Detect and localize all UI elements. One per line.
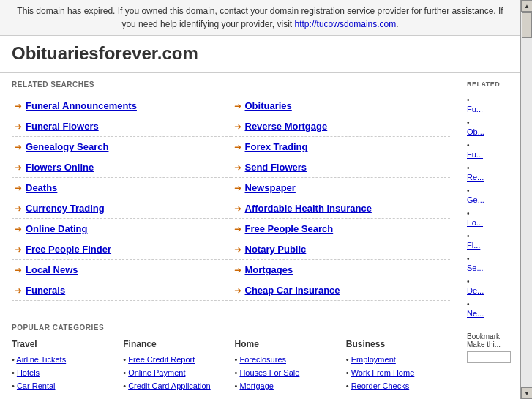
category-link[interactable]: Mortgage [239,381,273,390]
banner-link[interactable]: http://tucowsdomains.com [295,19,397,29]
bookmark-label1: Bookmark [467,332,516,340]
search-link[interactable]: Obituaries [245,100,292,111]
search-link[interactable]: Notary Public [245,244,307,255]
sidebar-link[interactable]: Ob... [467,127,516,136]
category-link[interactable]: Houses For Sale [239,368,299,377]
travel-category: Travel Airline Tickets Hotels Car Rental [12,339,116,393]
category-link[interactable]: Hotels [17,368,40,377]
search-link[interactable]: Online Dating [26,223,88,234]
category-link[interactable]: Reorder Checks [351,381,409,390]
sidebar-link[interactable]: Re... [467,173,516,182]
list-item: ➜ Affordable Health Insurance [231,198,451,219]
finance-category: Finance Free Credit Report Online Paymen… [123,339,227,393]
search-link[interactable]: Mortgages [245,264,293,275]
list-item: Car Rental [12,380,116,391]
category-link[interactable]: Employment [351,355,396,364]
arrow-icon: ➜ [234,122,241,132]
list-item: Reorder Checks [346,380,450,391]
business-title: Business [346,339,450,349]
popular-categories-section: POPULAR CATEGORIES Travel Airline Ticket… [12,316,450,393]
travel-title: Travel [12,339,116,349]
list-item: Credit Card Application [123,380,227,391]
list-item: ➜ Currency Trading [12,198,231,219]
search-link[interactable]: Affordable Health Insurance [245,203,372,214]
scroll-up-button[interactable]: ▲ [521,0,532,12]
popular-categories-label: POPULAR CATEGORIES [12,324,450,332]
list-item: • Ob... [467,116,516,136]
related-searches-label: RELATED SEARCHES [12,81,450,89]
sidebar-link[interactable]: Fu... [467,105,516,113]
sidebar-link[interactable]: Ge... [467,195,516,204]
site-title: Obituariesforever.com [0,36,520,73]
category-link[interactable]: Credit Card Application [128,381,211,390]
search-link[interactable]: Send Flowers [245,162,307,173]
category-link[interactable]: Airline Tickets [16,355,66,364]
bookmark-input[interactable] [467,351,511,363]
search-link[interactable]: Local News [26,264,78,275]
scroll-track [521,12,532,387]
search-link[interactable]: Flowers Online [26,162,94,173]
search-link[interactable]: Free People Search [245,223,334,234]
arrow-icon: ➜ [234,286,241,296]
list-item: ➜ Deaths [12,178,231,198]
banner-text: This domain has expired. If you owned th… [17,6,503,29]
arrow-icon: ➜ [15,142,22,152]
sidebar-link[interactable]: Se... [467,264,516,272]
sidebar-link[interactable]: De... [467,286,516,295]
sidebar-link[interactable]: Fu... [467,150,516,159]
search-link[interactable]: Cheap Car Insurance [245,285,340,296]
category-link[interactable]: Free Credit Report [128,355,195,364]
bookmark-label2: Make thi... [467,340,516,348]
search-link[interactable]: Forex Trading [245,141,308,152]
arrow-icon: ➜ [15,163,22,173]
search-link[interactable]: Funeral Announcements [26,100,137,111]
right-sidebar: RELATED • Fu... • Ob... • Fu... • Re... … [462,73,520,399]
search-link[interactable]: Newspaper [245,182,296,193]
search-link[interactable]: Currency Trading [26,203,105,214]
list-item: • Fl... [467,230,516,250]
search-link[interactable]: Funeral Flowers [26,121,99,132]
searches-right-col: ➜ Obituaries ➜ Reverse Mortgage ➜ Forex … [231,96,451,301]
sidebar-link[interactable]: Ne... [467,309,516,318]
category-link[interactable]: Car Rental [17,381,56,390]
arrow-icon: ➜ [234,183,241,193]
list-item: Free Credit Report [123,354,227,365]
list-item: Airline Tickets [12,354,116,365]
arrow-icon: ➜ [234,101,241,111]
arrow-icon: ➜ [234,224,241,234]
arrow-icon: ➜ [15,122,22,132]
list-item: • Ge... [467,184,516,204]
list-item: • Se... [467,253,516,272]
list-item: Houses For Sale [235,367,339,378]
finance-title: Finance [123,339,227,349]
arrow-icon: ➜ [15,101,22,111]
sidebar-link[interactable]: Fo... [467,218,516,227]
arrow-icon: ➜ [234,163,241,173]
business-list: Employment Work From Home Reorder Checks [346,354,450,391]
search-link[interactable]: Genealogy Search [26,141,108,152]
list-item: ➜ Flowers Online [12,157,231,178]
list-item: ➜ Send Flowers [231,157,451,178]
home-list: Foreclosures Houses For Sale Mortgage [235,354,339,391]
search-link[interactable]: Funerals [26,285,65,296]
list-item: ➜ Genealogy Search [12,137,231,157]
search-link[interactable]: Free People Finder [26,244,111,255]
search-link[interactable]: Reverse Mortgage [245,121,328,132]
category-link[interactable]: Online Payment [128,368,185,377]
scroll-down-button[interactable]: ▼ [521,387,532,399]
list-item: • Fu... [467,94,516,113]
arrow-icon: ➜ [15,183,22,193]
categories-grid: Travel Airline Tickets Hotels Car Rental… [12,339,450,393]
category-link[interactable]: Work From Home [351,368,415,377]
list-item: ➜ Funeral Flowers [12,116,231,137]
list-item: ➜ Free People Finder [12,239,231,260]
arrow-icon: ➜ [15,224,22,234]
right-sidebar-label: RELATED [467,81,516,88]
category-link[interactable]: Foreclosures [239,355,286,364]
scroll-thumb[interactable] [522,12,532,38]
list-item: Mortgage [235,380,339,391]
home-category: Home Foreclosures Houses For Sale Mortga… [235,339,339,393]
search-link[interactable]: Deaths [26,182,57,193]
sidebar-link[interactable]: Fl... [467,241,516,250]
home-title: Home [235,339,339,349]
